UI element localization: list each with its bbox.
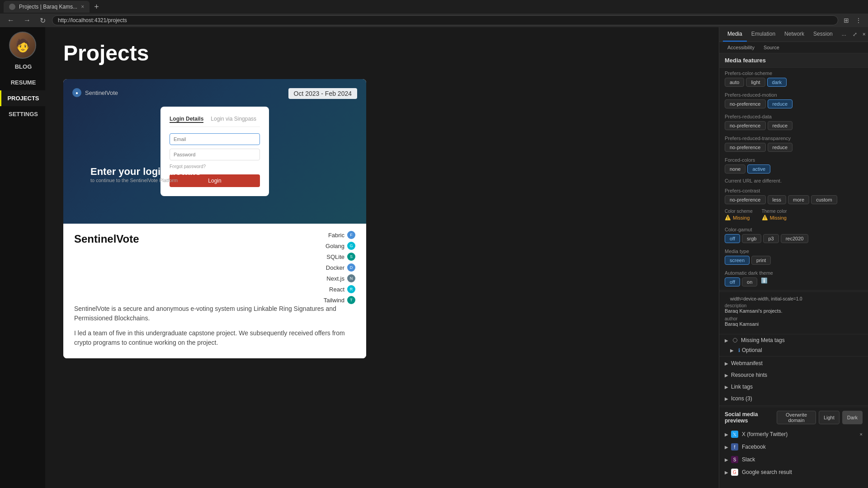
devtools-body: Prefers-color-scheme auto light dark Pre…: [719, 68, 868, 479]
forced-colors-hint: Current URL are different.: [719, 176, 868, 185]
contrast-more[interactable]: more: [788, 195, 809, 204]
login-tab-singpass[interactable]: Login via Singpass: [211, 116, 256, 123]
color-scheme-auto[interactable]: auto: [725, 78, 744, 87]
devtools-tab-media[interactable]: Media: [723, 27, 747, 42]
extensions-button[interactable]: ⊞: [842, 16, 851, 25]
sidebar-item-projects[interactable]: PROJECTS: [0, 90, 45, 106]
login-tab-details[interactable]: Login Details: [170, 116, 203, 123]
expand-arrow-facebook: ▶: [725, 445, 728, 450]
link-tags-row[interactable]: ▶ Link tags: [719, 381, 868, 393]
panel-top-tabs: Accessibility Source: [719, 42, 868, 53]
devtools-tab-more[interactable]: ...: [837, 27, 851, 42]
icons-row[interactable]: ▶ Icons (3): [719, 393, 868, 404]
resource-hints-row[interactable]: ▶ Resource hints: [719, 369, 868, 381]
devtools-close-button[interactable]: ×: [861, 29, 868, 39]
color-scheme-light[interactable]: light: [746, 78, 765, 87]
facebook-icon: f: [731, 443, 738, 450]
panel-tab-source[interactable]: Source: [761, 44, 782, 51]
reduced-transparency-no-pref[interactable]: no-preference: [725, 143, 766, 152]
expand-arrow-optional: ▶: [730, 348, 734, 353]
color-scheme-buttons: auto light dark: [725, 78, 863, 87]
login-email-input[interactable]: [170, 133, 260, 145]
address-bar[interactable]: http://localhost:4321/projects: [52, 15, 838, 25]
login-password-input[interactable]: [170, 149, 260, 160]
meta-viewport: width=device-width, initial-scale=1.0: [725, 296, 863, 303]
tab-close-button[interactable]: ×: [81, 4, 84, 10]
meta-author-label: author: [725, 316, 863, 321]
tag-nextjs: Next.js N: [324, 274, 355, 282]
forced-colors-active[interactable]: active: [747, 164, 770, 174]
scheme-col: Color scheme ⚠️ Missing: [725, 209, 753, 221]
media-features-header: Media features: [719, 53, 868, 68]
devtools-panel: Media Emulation Network Session ... ⤢ × …: [719, 27, 868, 488]
color-gamut-p3[interactable]: p3: [763, 234, 778, 243]
overwrite-domain-button[interactable]: Overwrite domain: [777, 411, 816, 424]
theme-color-col: Theme color ⚠️ Missing: [762, 209, 787, 221]
color-scheme-dark[interactable]: dark: [767, 78, 787, 87]
webmanifest-row[interactable]: ▶ Webmanifest: [719, 357, 868, 369]
reduced-data-no-pref[interactable]: no-preference: [725, 121, 766, 130]
link-tags-label: Link tags: [731, 384, 753, 390]
devtools-expand-button[interactable]: ⤢: [851, 29, 859, 39]
platform-facebook-row[interactable]: ▶ f Facebook: [719, 441, 868, 453]
menu-button[interactable]: ⋮: [854, 16, 863, 25]
feature-media-type: Media type screen print: [719, 246, 868, 267]
browser-tabs: Projects | Baraq Kams... × +: [0, 0, 868, 14]
reduced-transparency-reduce[interactable]: reduce: [768, 143, 793, 152]
back-button[interactable]: ←: [5, 15, 17, 25]
reduced-motion-reduce[interactable]: reduce: [768, 99, 793, 108]
login-tabs: Login Details Login via Singpass: [170, 116, 260, 127]
sidebar-item-resume[interactable]: RESUME: [0, 75, 45, 90]
panel-tab-accessibility[interactable]: Accessibility: [725, 44, 757, 51]
meta-author-row: author Baraq Kamsani: [725, 316, 863, 327]
warn-icon-scheme: ⚠️: [725, 215, 731, 221]
google-label: Google search result: [742, 469, 792, 475]
feature-label-media-type: Media type: [725, 249, 863, 254]
auto-dark-info-icon: ℹ️: [761, 277, 768, 286]
platform-slack-row[interactable]: ▶ S Slack: [719, 453, 868, 466]
forced-colors-none[interactable]: none: [725, 164, 745, 174]
new-tab-button[interactable]: +: [91, 2, 102, 12]
expand-arrow-icons: ▶: [725, 396, 728, 401]
sentinel-logo: ●: [72, 88, 81, 97]
separator-4: [719, 405, 868, 406]
missing-meta-tags-row[interactable]: ▶ Missing Meta tags: [719, 335, 868, 345]
devtools-tab-emulation[interactable]: Emulation: [747, 27, 780, 42]
feature-label-prefers-contrast: Prefers-contrast: [725, 188, 863, 193]
project-card[interactable]: ● SentinelVote Oct 2023 - Feb 2024 Enter…: [63, 79, 366, 358]
devtools-tab-session[interactable]: Session: [809, 27, 837, 42]
media-type-print[interactable]: print: [751, 256, 771, 265]
tag-golang: Golang G: [324, 242, 355, 250]
project-info: SentinelVote Fabric F Golang G SQLite: [63, 224, 366, 358]
reduced-motion-no-pref[interactable]: no-preference: [725, 99, 766, 108]
light-theme-button[interactable]: Light: [819, 411, 840, 424]
contrast-less[interactable]: less: [768, 195, 787, 204]
feature-label-reduced-motion: Prefers-reduced-motion: [725, 92, 863, 98]
optional-row[interactable]: ▶ ℹ Optional: [719, 345, 868, 355]
color-gamut-off[interactable]: off: [725, 234, 740, 243]
browser-chrome: Projects | Baraq Kams... × + ← → ↻ http:…: [0, 0, 868, 27]
color-gamut-rec2020[interactable]: rec2020: [781, 234, 809, 243]
devtools-tab-network[interactable]: Network: [780, 27, 809, 42]
platform-google-row[interactable]: ▶ G Google search result: [719, 466, 868, 479]
platform-twitter-row[interactable]: ▶ 𝕏 X (formerly Twitter) ×: [719, 428, 868, 441]
refresh-button[interactable]: ↻: [37, 15, 48, 26]
browser-tab-active[interactable]: Projects | Baraq Kams... ×: [4, 1, 90, 13]
project-description: SentinelVote is a secure and anonymous e…: [74, 304, 355, 323]
feature-automatic-dark-theme: Automatic dark theme off on ℹ️: [719, 267, 868, 289]
dark-theme-button[interactable]: Dark: [842, 411, 863, 424]
meta-author-value: Baraq Kamsani: [725, 321, 863, 327]
feature-color-gamut: Color-gamut off srgb p3 rec2020: [719, 224, 868, 246]
social-media-title: Social media previews: [725, 411, 777, 424]
reduced-data-reduce[interactable]: reduce: [768, 121, 793, 130]
auto-dark-off[interactable]: off: [725, 277, 740, 286]
page-title: Projects: [63, 41, 701, 66]
contrast-custom[interactable]: custom: [811, 195, 837, 204]
contrast-no-pref[interactable]: no-preference: [725, 195, 766, 204]
auto-dark-on[interactable]: on: [742, 277, 757, 286]
media-type-screen[interactable]: screen: [725, 256, 750, 265]
sidebar-item-settings[interactable]: SETTINGS: [0, 106, 45, 122]
color-gamut-srgb[interactable]: srgb: [742, 234, 761, 243]
forward-button[interactable]: →: [21, 15, 33, 25]
sidebar-item-blog[interactable]: BLOG: [0, 59, 45, 75]
